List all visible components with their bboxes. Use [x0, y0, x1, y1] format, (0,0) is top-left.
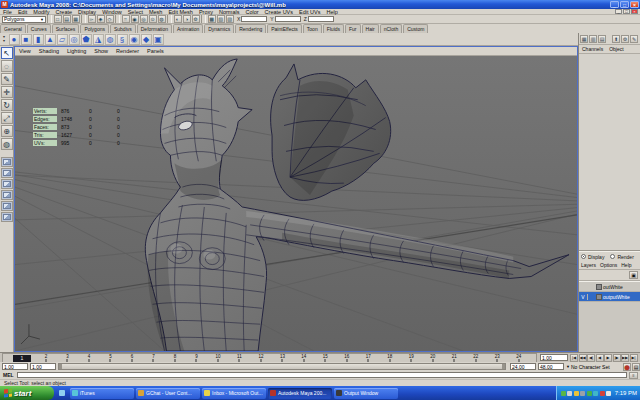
shelf-tab-hair[interactable]: Hair [362, 24, 379, 33]
tray-status-icon[interactable] [587, 391, 592, 396]
select-object-icon[interactable]: ◈ [97, 15, 105, 23]
shelf-tab-animation[interactable]: Animation [173, 24, 203, 33]
ipr-render-icon[interactable]: ▨ [217, 15, 225, 23]
menu-normals[interactable]: Normals [216, 9, 242, 15]
shelf-tab-fur[interactable]: Fur [345, 24, 361, 33]
tray-status-icon[interactable] [574, 391, 579, 396]
step-forward-key-button[interactable]: |▶ [613, 354, 621, 362]
shelf-tab-subdivs[interactable]: Subdivs [110, 24, 136, 33]
menu-modify[interactable]: Modify [30, 9, 52, 15]
paint-select-tool-icon[interactable]: ✎ [1, 73, 13, 85]
current-time-field[interactable]: 1.00 [540, 354, 568, 361]
panel-menu-view[interactable]: View [15, 48, 35, 54]
layer-row[interactable]: outWhite [579, 282, 640, 292]
taskbar-item-output-window[interactable]: Output Window [334, 388, 398, 399]
poly-cube-icon[interactable]: ■ [21, 34, 32, 45]
channel-settings-icon[interactable]: ⬆ [612, 35, 620, 43]
mel-input[interactable] [17, 372, 627, 378]
playback-end-field[interactable]: 24.00 [510, 363, 536, 370]
shelf-tab-rendering[interactable]: Rendering [235, 24, 266, 33]
select-tool-icon[interactable]: ↖ [1, 47, 13, 59]
tray-status-icon[interactable] [567, 391, 572, 396]
tray-status-icon[interactable] [593, 391, 598, 396]
universal-manip-tool-icon[interactable]: ⊕ [1, 125, 13, 137]
new-layer-icon[interactable]: ▣ [629, 271, 638, 279]
step-back-key-button[interactable]: ◀| [587, 354, 595, 362]
open-scene-icon[interactable]: ▤ [63, 15, 71, 23]
channel-gear-icon[interactable]: ⚙ [621, 35, 629, 43]
manip-stat-icon[interactable]: ▥ [589, 35, 597, 43]
taskbar-item-inbox-microsoft-out[interactable]: Inbox - Microsoft Out... [202, 388, 266, 399]
hypershade-layout[interactable] [1, 201, 13, 211]
play-backwards-button[interactable]: ◀ [596, 354, 604, 362]
character-set-dropdown[interactable]: ▼ No Character Set [566, 363, 622, 370]
anim-end-field[interactable]: 48.00 [538, 363, 564, 370]
four-pane-layout[interactable] [1, 168, 13, 178]
poly-pipe-icon[interactable]: ◍ [105, 34, 116, 45]
menu-create-uvs[interactable]: Create UVs [262, 9, 296, 15]
select-component-icon[interactable]: ◇ [106, 15, 114, 23]
menu-window[interactable]: Window [99, 9, 125, 15]
poly-cone-icon[interactable]: ▲ [45, 34, 56, 45]
menu-set-dropdown[interactable]: Polygons▼ [2, 16, 46, 23]
go-to-end-button[interactable]: ▶| [630, 354, 638, 362]
doc-minimize-button[interactable]: _ [615, 9, 622, 14]
layer-color-swatch[interactable] [596, 284, 602, 290]
layer-visibility-toggle[interactable]: V [579, 294, 588, 300]
layer-menu-layers[interactable]: Layers [579, 262, 598, 268]
panel-menu-lighting[interactable]: Lighting [63, 48, 90, 54]
doc-close-button[interactable]: × [631, 9, 638, 14]
menu-edit-mesh[interactable]: Edit Mesh [165, 9, 195, 15]
maximize-button[interactable]: □ [620, 1, 629, 8]
menu-file[interactable]: File [0, 9, 15, 15]
lasso-tool-icon[interactable]: ◌ [1, 60, 13, 72]
tray-status-icon[interactable] [580, 391, 585, 396]
render-icon[interactable]: ▩ [208, 15, 216, 23]
poly-soccerball-icon[interactable]: ◉ [129, 34, 140, 45]
tab-channels[interactable]: Channels [579, 46, 606, 52]
channel-box-area[interactable] [579, 54, 640, 251]
scale-tool-icon[interactable]: ⤢ [1, 112, 13, 124]
step-back-frame-button[interactable]: ◀◀ [579, 354, 587, 362]
manip-speed-icon[interactable]: ▤ [598, 35, 606, 43]
manip-attr-icon[interactable]: ▦ [580, 35, 588, 43]
tray-status-icon[interactable] [606, 391, 611, 396]
snap-curve-icon[interactable]: ◉ [131, 15, 139, 23]
playback-start-field[interactable]: 1.00 [30, 363, 56, 370]
current-frame-indicator[interactable]: 1 [13, 355, 31, 362]
persp-outliner-layout[interactable] [1, 179, 13, 189]
shelf-tab-toon[interactable]: Toon [303, 24, 322, 33]
coord-field-y[interactable] [275, 16, 301, 22]
shelf-tab-curves[interactable]: Curves [27, 24, 51, 33]
shelf-tab-surfaces[interactable]: Surfaces [52, 24, 80, 33]
shelf-tab-ncloth[interactable]: nCloth [380, 24, 402, 33]
panel-menu-shading[interactable]: Shading [35, 48, 63, 54]
mel-label[interactable]: MEL [0, 372, 17, 378]
menu-color[interactable]: Color [242, 9, 261, 15]
menu-select[interactable]: Select [125, 9, 146, 15]
snap-point-icon[interactable]: ◎ [140, 15, 148, 23]
auto-key-icon[interactable]: ⬤ [623, 363, 631, 371]
anim-start-field[interactable]: 1.00 [2, 363, 28, 370]
quick-launch-icon[interactable] [59, 390, 65, 396]
start-button[interactable]: start [0, 386, 54, 400]
tab-object[interactable]: Object [606, 46, 626, 52]
taskbar-item-gchat-user-cont[interactable]: GChat - User Cont... [136, 388, 200, 399]
save-scene-icon[interactable]: ▦ [72, 15, 80, 23]
poly-platonic-icon[interactable]: ◆ [141, 34, 152, 45]
shelf-tab-general[interactable]: General [0, 24, 26, 33]
poly-sphere-icon[interactable]: ● [9, 34, 20, 45]
soft-mod-tool-icon[interactable]: ◍ [1, 138, 13, 150]
tray-status-icon[interactable] [561, 391, 566, 396]
taskbar-item-autodesk-maya-200[interactable]: Autodesk Maya 200... [268, 388, 332, 399]
select-hierarchy-icon[interactable]: ⌲ [88, 15, 96, 23]
step-forward-frame-button[interactable]: ▶▶ [621, 354, 629, 362]
coord-field-z[interactable] [308, 16, 334, 22]
animation-preferences-icon[interactable]: ▤ [632, 363, 640, 371]
layer-color-swatch[interactable] [596, 294, 602, 300]
range-slider-bar[interactable] [58, 363, 506, 370]
menu-edit-uvs[interactable]: Edit UVs [296, 9, 323, 15]
render-radio[interactable] [610, 254, 615, 259]
shelf-tab-custom[interactable]: Custom [403, 24, 428, 33]
menu-display[interactable]: Display [75, 9, 99, 15]
